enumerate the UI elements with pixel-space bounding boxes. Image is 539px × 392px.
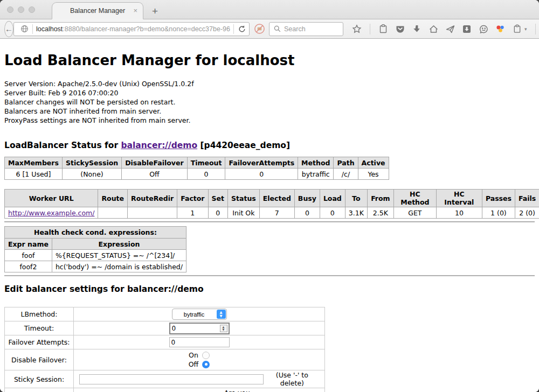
window-close-button[interactable] xyxy=(7,6,13,13)
feedback-smiley-icon[interactable] xyxy=(479,24,488,34)
window-zoom-button[interactable] xyxy=(29,6,35,13)
new-tab-button[interactable]: + xyxy=(152,6,158,16)
radio-on-label: On xyxy=(189,351,198,359)
are-you-sure-label: Are you sure? xyxy=(215,389,259,392)
failover-attempts-label: Failover Attempts: xyxy=(5,335,74,349)
sticky-session-note: (Use '-' to delete) xyxy=(264,371,321,387)
sticky-session-row: Sticky Session: (Use '-' to delete) xyxy=(5,370,325,388)
balancer-status-table: MaxMembersStickySessionDisableFailoverTi… xyxy=(4,157,389,180)
sticky-session-input[interactable] xyxy=(79,374,264,384)
tab-bar: Balancer Manager × + xyxy=(0,0,539,19)
health-check-table: Health check cond. expressions: Expr nam… xyxy=(4,226,186,272)
column-header: Elected xyxy=(259,190,294,207)
balancer-demo-link[interactable]: balancer://demo xyxy=(121,141,197,150)
lbmethod-select[interactable]: bytraffic ▲▼ xyxy=(172,309,227,320)
column-header: HC Method xyxy=(393,190,436,207)
table-cell: Off xyxy=(122,169,187,180)
table-cell: GET xyxy=(393,207,436,219)
worker-url-link[interactable]: http://www.example.com/ xyxy=(8,209,94,217)
window-controls xyxy=(7,6,35,13)
chevron-down-icon[interactable]: ▾ xyxy=(524,26,527,32)
timeout-row: Timeout: ▲▼ xyxy=(5,321,325,335)
failover-attempts-input[interactable] xyxy=(169,337,230,347)
site-identity-globe-icon[interactable] xyxy=(19,24,29,34)
home-icon[interactable] xyxy=(429,24,438,34)
bookmark-star-icon[interactable] xyxy=(352,24,362,34)
column-header: From xyxy=(367,190,393,207)
column-header: Route xyxy=(98,190,128,207)
column-header: Method xyxy=(298,157,334,169)
toolbar-divider xyxy=(370,24,370,34)
search-bar[interactable]: Search xyxy=(269,22,343,36)
url-text[interactable]: localhost:8880/balancer-manager?b=demo&n… xyxy=(36,25,230,33)
timeout-input-field[interactable] xyxy=(170,324,220,332)
number-spinner-icon[interactable]: ▲▼ xyxy=(220,325,227,332)
persist-note-line: Balancer changes will NOT be persisted o… xyxy=(4,97,535,107)
urlbar-divider xyxy=(32,24,33,34)
table-cell: Yes xyxy=(358,169,389,180)
worker-status-table: Worker URLRouteRouteRedirFactorSetStatus… xyxy=(4,189,539,219)
table-row: foof2hc('body') =~ /domain is establishe… xyxy=(5,261,186,272)
column-header: StickySession xyxy=(62,157,121,169)
column-header: Passes xyxy=(482,190,515,207)
url-bar[interactable]: localhost:8880/balancer-manager?b=demo&n… xyxy=(13,22,250,36)
column-header: Path xyxy=(334,157,358,169)
clipboard-icon[interactable] xyxy=(378,24,388,34)
column-header: FailoverAttempts xyxy=(225,157,298,169)
timeout-label: Timeout: xyxy=(5,321,74,335)
send-plane-icon[interactable] xyxy=(445,24,455,34)
downloads-icon[interactable] xyxy=(412,24,421,34)
balancer-status-heading: LoadBalancer Status for balancer://demo … xyxy=(4,141,535,150)
tab-balancer-manager[interactable]: Balancer Manager × xyxy=(52,2,143,19)
page-title: Load Balancer Manager for localhost xyxy=(4,52,535,68)
timeout-input[interactable]: ▲▼ xyxy=(169,323,230,334)
column-header: DisableFailover xyxy=(122,157,187,169)
radio-off-label: Off xyxy=(189,360,198,368)
tab-close-icon[interactable]: × xyxy=(133,6,137,15)
radio-off[interactable] xyxy=(202,361,210,368)
table-cell: foof xyxy=(5,250,52,261)
column-header: HC Interval xyxy=(436,190,482,207)
table-cell: 1 xyxy=(177,207,208,219)
save-to-device-icon[interactable] xyxy=(462,24,472,34)
table-cell: hc('body') =~ /domain is established/ xyxy=(52,261,186,272)
table-cell: 2 (0) xyxy=(515,207,539,219)
reload-icon[interactable] xyxy=(237,24,247,34)
column-header: Expression xyxy=(52,239,186,250)
browser-window: Balancer Manager × + ← localhost:8880/ba… xyxy=(0,0,539,392)
table-cell: 0 xyxy=(208,207,227,219)
tab-title: Balancer Manager xyxy=(70,7,125,15)
table-cell: http://www.example.com/ xyxy=(5,207,98,219)
pocket-icon[interactable] xyxy=(395,24,405,34)
disable-failover-label: Disable Failover: xyxy=(5,349,74,370)
lbmethod-label: LBmethod: xyxy=(5,307,74,321)
table-cell: 7 xyxy=(259,207,294,219)
back-button[interactable]: ← xyxy=(4,21,13,37)
colored-dots-icon[interactable] xyxy=(495,24,505,34)
column-header: Fails xyxy=(515,190,539,207)
table-cell: (None) xyxy=(62,169,121,180)
health-table-title: Health check cond. expressions: xyxy=(5,227,186,239)
column-header: Worker URL xyxy=(5,190,98,207)
select-stepper-icon: ▲▼ xyxy=(217,310,226,319)
window-minimize-button[interactable] xyxy=(18,6,24,13)
url-domain: localhost xyxy=(36,25,63,33)
table-cell: 1 (0) xyxy=(482,207,515,219)
column-header: Load xyxy=(320,190,345,207)
navigation-toolbar: ← localhost:8880/balancer-manager?b=demo… xyxy=(0,19,539,39)
balancer-settings-form: LBmethod: bytraffic ▲▼ Timeout: ▲▼ xyxy=(4,307,535,392)
table-cell xyxy=(98,207,128,219)
plugin-blocked-icon[interactable] xyxy=(253,23,265,35)
sidebar-clipboard-icon[interactable] xyxy=(512,24,522,34)
column-header: MaxMembers xyxy=(5,157,63,169)
column-header: RouteRedir xyxy=(128,190,177,207)
radio-on[interactable] xyxy=(202,352,210,359)
column-header: Expr name xyxy=(5,239,52,250)
table-cell: %{REQUEST_STATUS} =~ /^[234]/ xyxy=(52,250,186,261)
sticky-session-label: Sticky Session: xyxy=(5,370,74,388)
edit-settings-heading: Edit balancer settings for balancer://de… xyxy=(4,284,535,294)
column-header: Set xyxy=(208,190,227,207)
column-header: Busy xyxy=(294,190,320,207)
table-row: http://www.example.com/10Init Ok7003.1K2… xyxy=(5,207,539,219)
proxypass-note-line: ProxyPass settings are NOT inherited fro… xyxy=(4,116,535,125)
